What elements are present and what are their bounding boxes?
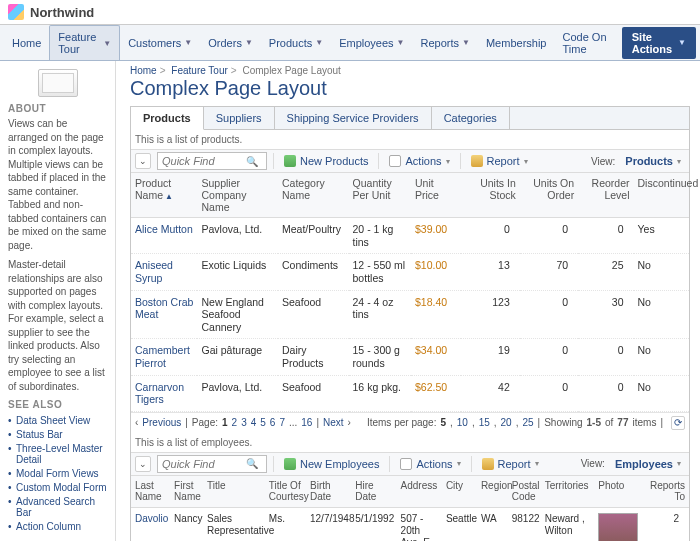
report-button[interactable]: Report▾	[467, 153, 532, 169]
menu-customers[interactable]: Customers▼	[120, 32, 200, 54]
col-last[interactable]: Last Name	[131, 476, 170, 508]
report-button[interactable]: Report▾	[478, 456, 543, 472]
col-reports[interactable]: Reports To	[644, 476, 689, 508]
tab-suppliers[interactable]: Suppliers	[204, 107, 275, 129]
products-grid: Product Name▲ Supplier Company Name Cate…	[131, 173, 689, 412]
col-stock[interactable]: Units In Stock	[461, 173, 519, 218]
menu-reports[interactable]: Reports▼	[413, 32, 478, 54]
site-actions-button[interactable]: Site Actions▼	[622, 27, 696, 59]
table-row[interactable]: Carnarvon TigersPavlova, Ltd.Seafood16 k…	[131, 375, 689, 411]
pager-page[interactable]: 7	[279, 417, 285, 428]
col-product-name[interactable]: Product Name▲	[131, 173, 197, 218]
expand-toggle-button[interactable]: ⌄	[135, 456, 151, 472]
col-hd[interactable]: Hire Date	[351, 476, 396, 508]
col-postal[interactable]: Postal Code	[508, 476, 541, 508]
menu-employees[interactable]: Employees▼	[331, 32, 412, 54]
quick-find-input[interactable]	[162, 154, 242, 168]
see-also-link[interactable]: Modal Form Views	[8, 466, 107, 480]
menu-products[interactable]: Products▼	[261, 32, 331, 54]
pager-prev[interactable]: Previous	[142, 417, 181, 428]
ipp-option[interactable]: 15	[479, 417, 490, 428]
col-addr[interactable]: Address	[397, 476, 442, 508]
about-text-1: Views can be arranged on the page in com…	[8, 117, 107, 252]
quick-find[interactable]: 🔍	[157, 152, 267, 170]
col-order[interactable]: Units On Order	[520, 173, 578, 218]
pager-page[interactable]: 1	[222, 417, 228, 428]
breadcrumb-link[interactable]: Feature Tour	[171, 65, 228, 76]
view-selector[interactable]: Employees▾	[611, 456, 685, 472]
actions-button[interactable]: Actions▾	[396, 456, 464, 472]
table-row[interactable]: Alice MuttonPavlova, Ltd.Meat/Poultry20 …	[131, 218, 689, 254]
cell-last[interactable]: Davolio	[131, 507, 170, 541]
table-row[interactable]: Aniseed SyrupExotic LiquidsCondiments12 …	[131, 254, 689, 290]
pager-page[interactable]: 5	[260, 417, 266, 428]
col-title[interactable]: Title	[203, 476, 265, 508]
col-supplier[interactable]: Supplier Company Name	[197, 173, 278, 218]
view-selector[interactable]: Products▾	[621, 153, 685, 169]
see-also-link[interactable]: Action Column	[8, 519, 107, 533]
table-row[interactable]: DavolioNancySales RepresentativeMs.12/7/…	[131, 507, 689, 541]
cell-stock: 42	[461, 375, 519, 411]
cell-product-name[interactable]: Boston Crab Meat	[131, 290, 197, 339]
col-category[interactable]: Category Name	[278, 173, 349, 218]
tab-shipping[interactable]: Shipping Service Providers	[275, 107, 432, 129]
see-also-link[interactable]: Data Sheet View	[8, 413, 107, 427]
cell-product-name[interactable]: Carnarvon Tigers	[131, 375, 197, 411]
cell-stock: 0	[461, 218, 519, 254]
cell-category: Dairy Products	[278, 339, 349, 375]
cell-product-name[interactable]: Alice Mutton	[131, 218, 197, 254]
refresh-button[interactable]: ⟳	[671, 416, 685, 430]
tab-categories[interactable]: Categories	[432, 107, 510, 129]
pager-page[interactable]: 3	[241, 417, 247, 428]
ipp-option[interactable]: 10	[457, 417, 468, 428]
col-reorder[interactable]: Reorder Level	[578, 173, 633, 218]
col-qpu[interactable]: Quantity Per Unit	[349, 173, 411, 218]
caret-down-icon: ▼	[103, 39, 111, 48]
see-also-link[interactable]: Custom Modal Form	[8, 480, 107, 494]
new-employees-button[interactable]: New Employees	[280, 456, 383, 472]
quick-find[interactable]: 🔍	[157, 455, 267, 473]
expand-toggle-button[interactable]: ⌄	[135, 153, 151, 169]
pager-page[interactable]: 6	[270, 417, 276, 428]
table-row[interactable]: Boston Crab MeatNew England Seafood Cann…	[131, 290, 689, 339]
col-terr[interactable]: Territories	[541, 476, 595, 508]
col-toc[interactable]: Title Of Courtesy	[265, 476, 306, 508]
col-first[interactable]: First Name	[170, 476, 203, 508]
pager-page[interactable]: 2	[232, 417, 238, 428]
ipp-option[interactable]: 25	[522, 417, 533, 428]
actions-icon	[389, 155, 401, 167]
see-also-link[interactable]: Three-Level Master Detail	[8, 441, 107, 466]
menu-code-on-time[interactable]: Code On Time	[554, 26, 621, 60]
tab-products[interactable]: Products	[131, 107, 204, 130]
pager-next[interactable]: Next	[323, 417, 344, 428]
cell-product-name[interactable]: Aniseed Syrup	[131, 254, 197, 290]
col-bd[interactable]: Birth Date	[306, 476, 351, 508]
cell-supplier: Gai pâturage	[197, 339, 278, 375]
sidebar: ABOUT Views can be arranged on the page …	[0, 61, 115, 541]
menu-feature-tour[interactable]: Feature Tour▼	[49, 25, 120, 60]
quick-find-input[interactable]	[162, 457, 242, 471]
ipp-option[interactable]: 20	[501, 417, 512, 428]
pager-page[interactable]: 16	[301, 417, 312, 428]
search-icon[interactable]: 🔍	[246, 458, 258, 469]
caret-down-icon: ▾	[524, 157, 528, 166]
new-products-button[interactable]: New Products	[280, 153, 372, 169]
menu-orders[interactable]: Orders▼	[200, 32, 261, 54]
col-city[interactable]: City	[442, 476, 477, 508]
cell-product-name[interactable]: Camembert Pierrot	[131, 339, 197, 375]
ipp-option[interactable]: 5	[440, 417, 446, 428]
pager-page[interactable]: 4	[251, 417, 257, 428]
menu-home[interactable]: Home	[4, 32, 49, 54]
table-row[interactable]: Camembert PierrotGai pâturageDairy Produ…	[131, 339, 689, 375]
col-price[interactable]: Unit Price	[411, 173, 461, 218]
col-disc[interactable]: Discontinued	[634, 173, 689, 218]
see-also-link[interactable]: Advanced Search Bar	[8, 494, 107, 519]
search-icon[interactable]: 🔍	[246, 156, 258, 167]
breadcrumb-link[interactable]: Home	[130, 65, 157, 76]
col-region[interactable]: Region	[477, 476, 508, 508]
col-photo[interactable]: Photo	[594, 476, 643, 508]
caret-down-icon: ▾	[457, 459, 461, 468]
menu-membership[interactable]: Membership	[478, 32, 555, 54]
actions-button[interactable]: Actions▾	[385, 153, 453, 169]
see-also-link[interactable]: Status Bar	[8, 427, 107, 441]
